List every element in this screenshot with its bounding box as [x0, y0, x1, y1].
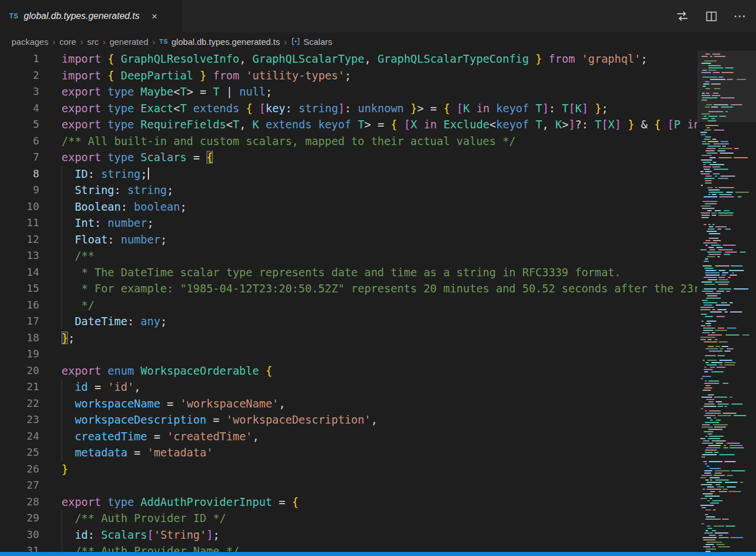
code-line[interactable]: export type Exact<T extends { [key: stri… — [62, 100, 697, 117]
minimap-token — [700, 438, 705, 439]
minimap-token — [717, 150, 726, 151]
code-token: < — [226, 118, 232, 131]
minimap-token — [710, 502, 719, 504]
line-number[interactable]: 31 — [0, 543, 39, 552]
code-line[interactable]: DateTime: any; — [62, 313, 697, 330]
line-number[interactable]: 30 — [0, 527, 39, 543]
code-line[interactable]: ID: string; — [62, 166, 697, 182]
minimap-line — [700, 253, 756, 255]
line-number[interactable]: 19 — [0, 346, 39, 363]
line-number[interactable]: 4 — [0, 100, 39, 117]
tab-global-db-types[interactable]: TS global.db.types.generated.ts × — [0, 0, 182, 32]
breadcrumb-item-packages[interactable]: packages — [12, 37, 48, 47]
line-number[interactable]: 24 — [0, 428, 39, 445]
minimap-token — [702, 118, 708, 119]
code-line[interactable] — [62, 477, 697, 494]
minimap-token — [707, 486, 714, 488]
code-line[interactable]: id = 'id', — [62, 379, 697, 395]
line-number[interactable]: 27 — [0, 477, 39, 494]
line-number[interactable]: 8 — [0, 166, 39, 182]
code-line[interactable]: */ — [62, 297, 697, 314]
code-line[interactable]: export enum WorkspaceOrderable { — [62, 363, 697, 379]
line-number[interactable]: 15 — [0, 280, 39, 297]
code-line[interactable]: export type Maybe<T> = T | null; — [62, 83, 697, 100]
line-number[interactable]: 20 — [0, 363, 39, 379]
code-line[interactable]: workspaceName = 'workspaceName', — [62, 395, 697, 412]
code-line[interactable]: /** Auth Provider Name */ — [62, 543, 697, 552]
minimap-token — [731, 470, 745, 471]
line-number[interactable]: 28 — [0, 494, 39, 511]
code-token: ; — [140, 167, 147, 180]
code-token: , — [253, 430, 259, 443]
breadcrumb-symbol[interactable]: Scalars — [291, 37, 333, 47]
code-token: & — [635, 118, 654, 131]
line-number[interactable]: 22 — [0, 395, 39, 412]
breadcrumb-file[interactable]: TS global.db.types.generated.ts — [159, 37, 280, 47]
code-line[interactable]: Boolean: boolean; — [62, 199, 697, 215]
line-number[interactable]: 5 — [0, 116, 39, 133]
line-number[interactable]: 14 — [0, 264, 39, 281]
minimap-token — [717, 415, 731, 416]
line-number[interactable]: 6 — [0, 133, 39, 150]
minimap[interactable] — [697, 51, 756, 552]
code-token: export — [62, 102, 108, 115]
code-line[interactable]: } — [62, 461, 697, 478]
minimap-token — [713, 173, 720, 174]
line-number[interactable]: 29 — [0, 510, 39, 527]
code-token: 'utility-types' — [246, 69, 345, 82]
code-token: = — [88, 380, 108, 393]
line-number[interactable]: 3 — [0, 83, 39, 100]
line-number[interactable]: 26 — [0, 461, 39, 478]
compare-changes-icon[interactable] — [675, 9, 689, 23]
code-line[interactable]: Float: number; — [62, 231, 697, 248]
line-number[interactable]: 21 — [0, 379, 39, 395]
minimap-line — [700, 325, 756, 326]
line-number[interactable]: 10 — [0, 199, 39, 215]
line-number[interactable]: 9 — [0, 182, 39, 199]
line-number[interactable]: 25 — [0, 444, 39, 461]
code-editor[interactable]: 1234567891011121314151617181920212223242… — [0, 51, 697, 552]
minimap-token — [705, 355, 716, 356]
line-number[interactable]: 23 — [0, 412, 39, 428]
code-line[interactable]: export type Scalars = { — [62, 149, 697, 166]
line-number[interactable]: 2 — [0, 67, 39, 84]
minimap-line — [700, 541, 756, 543]
minimap-token — [726, 192, 733, 193]
code-token: < — [173, 102, 180, 115]
code-line[interactable]: import { GraphQLResolveInfo, GraphQLScal… — [62, 51, 697, 67]
code-line[interactable]: /** All built-in and custom scalars, map… — [62, 133, 697, 150]
line-number[interactable]: 11 — [0, 215, 39, 231]
breadcrumb-item-src[interactable]: src — [87, 37, 98, 47]
minimap-token — [708, 67, 723, 68]
code-line[interactable]: createdTime = 'createdTime', — [62, 428, 697, 445]
more-actions-icon[interactable]: ⋯ — [733, 9, 747, 23]
breadcrumb-item-generated[interactable]: generated — [109, 37, 148, 47]
code-line[interactable]: Int: number; — [62, 215, 697, 231]
code-line[interactable]: import { DeepPartial } from 'utility-typ… — [62, 67, 697, 84]
line-number[interactable]: 16 — [0, 297, 39, 314]
line-number[interactable]: 7 — [0, 149, 39, 166]
code-lines[interactable]: import { GraphQLResolveInfo, GraphQLScal… — [52, 51, 697, 552]
line-number[interactable]: 13 — [0, 247, 39, 264]
code-line[interactable]: * For example: "1985-04-12T23:20:50.52Z"… — [62, 280, 697, 297]
code-line[interactable]: export type RequireFields<T, K extends k… — [62, 116, 697, 133]
line-number[interactable]: 17 — [0, 313, 39, 330]
tab-close-icon[interactable]: × — [151, 12, 157, 21]
line-number[interactable]: 12 — [0, 231, 39, 248]
code-line[interactable]: String: string; — [62, 182, 697, 199]
line-number[interactable]: 1 — [0, 51, 39, 67]
code-line[interactable] — [62, 346, 697, 363]
code-line[interactable]: * The DateTime scalar type represents da… — [62, 264, 697, 281]
line-number[interactable]: 18 — [0, 330, 39, 346]
code-line[interactable]: id: Scalars['String']; — [62, 527, 697, 543]
code-line[interactable]: workspaceDescription = 'workspaceDescrip… — [62, 412, 697, 428]
code-line[interactable]: metadata = 'metadata' — [62, 444, 697, 461]
code-line[interactable]: export type AddAuthProviderInput = { — [62, 494, 697, 511]
code-token: key — [266, 102, 285, 115]
code-line[interactable]: /** Auth Provider ID */ — [62, 510, 697, 527]
code-line[interactable]: /** — [62, 247, 697, 264]
code-line[interactable]: }; — [62, 330, 697, 346]
code-token: keyof — [496, 102, 529, 115]
split-editor-icon[interactable] — [704, 9, 718, 23]
breadcrumb-item-core[interactable]: core — [59, 37, 76, 47]
